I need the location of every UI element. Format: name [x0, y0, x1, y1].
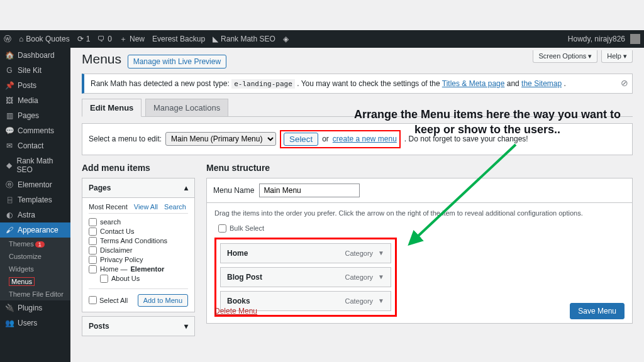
main-content: Screen Options ▾ Help ▾ Menus Manage wit… [70, 48, 644, 362]
submenu-widgets[interactable]: Widgets [0, 263, 70, 275]
pages-tab-search[interactable]: Search [164, 203, 186, 211]
checkbox[interactable] [218, 224, 226, 233]
checkbox[interactable] [89, 218, 97, 226]
page-checkbox[interactable]: Disclaimer [89, 246, 188, 255]
new-label: New [130, 35, 145, 43]
notice-text: Rank Math has detected a new post type: [91, 79, 231, 88]
submenu-customize[interactable]: Customize [0, 250, 70, 263]
page-checkbox[interactable]: search [89, 217, 188, 227]
save-menu-button[interactable]: Save Menu [570, 303, 625, 319]
users-icon: 👥 [5, 319, 14, 327]
sidebar-item-label: Comments [18, 126, 54, 135]
tab-manage-locations[interactable]: Manage Locations [145, 99, 228, 116]
page-title: Menus [82, 52, 121, 67]
updates-link[interactable]: ⟳ 1 [77, 35, 91, 43]
pin-icon: 📌 [5, 81, 14, 90]
mail-icon: ✉ [5, 141, 14, 150]
avatar[interactable] [630, 34, 640, 44]
live-preview-button[interactable]: Manage with Live Preview [128, 55, 226, 69]
sidebar-item-label: Pages [18, 111, 39, 120]
page-checkbox[interactable]: Contact Us [89, 227, 188, 236]
select-button[interactable]: Select [284, 133, 318, 146]
posts-accordion-toggle[interactable]: Posts ▾ [82, 317, 194, 336]
pages-accordion-toggle[interactable]: Pages ▴ [82, 178, 194, 198]
chevron-up-icon: ▴ [184, 184, 188, 192]
extra-icon[interactable]: ◈ [283, 35, 289, 43]
sitemap-link[interactable]: the Sitemap [521, 79, 562, 88]
admin-bar: ⓦ ⌂ Book Quotes ⟳ 1 🗨 0 ＋ New Everest Ba… [0, 30, 644, 48]
comments-link[interactable]: 🗨 0 [97, 35, 112, 43]
sidebar-item-comments[interactable]: 💬Comments [0, 123, 70, 138]
sidebar-item-astra[interactable]: ◐Astra [0, 207, 70, 222]
page-checkbox[interactable]: Home — Elementor [89, 265, 188, 274]
submenu-theme-editor[interactable]: Theme File Editor [0, 288, 70, 300]
checkbox[interactable] [89, 265, 97, 273]
pages-tab-recent[interactable]: Most Recent [89, 203, 128, 211]
menu-name-input[interactable] [259, 184, 360, 197]
sidebar-item-contact[interactable]: ✉Contact [0, 138, 70, 153]
checkbox[interactable] [89, 256, 97, 264]
checkbox[interactable] [89, 246, 97, 255]
sidebar-item-rankmath[interactable]: ◆Rank Math SEO [0, 153, 70, 177]
sidebar-item-elementor[interactable]: ⓔElementor [0, 177, 70, 192]
rankmath-icon: ◣ [213, 35, 218, 43]
titles-meta-link[interactable]: Titles & Meta page [442, 79, 505, 88]
checkbox[interactable] [89, 296, 97, 304]
dashboard-icon: 🏠 [5, 51, 14, 60]
checkbox[interactable] [89, 237, 97, 245]
sidebar-item-templates[interactable]: ⌸Templates [0, 192, 70, 207]
delete-menu-link[interactable]: Delete Menu [214, 307, 257, 315]
sidebar-item-label: Site Kit [18, 66, 42, 75]
add-menu-items-heading: Add menu items [82, 163, 195, 173]
pages-list: search Contact Us Terms And Conditions D… [89, 217, 188, 283]
admin-sidebar: 🏠Dashboard GSite Kit 📌Posts 🖾Media ▥Page… [0, 48, 70, 362]
sidebar-item-posts[interactable]: 📌Posts [0, 78, 70, 93]
chevron-down-icon[interactable]: ▼ [378, 250, 384, 256]
menu-item-type: Category [345, 273, 373, 281]
sidebar-item-appearance[interactable]: 🖌Appearance [0, 222, 70, 238]
menu-structure-body: Drag the items into the order you prefer… [206, 203, 633, 324]
page-checkbox[interactable]: Privacy Policy [89, 255, 188, 265]
screen-options-button[interactable]: Screen Options ▾ [533, 50, 597, 63]
chevron-down-icon[interactable]: ▼ [378, 273, 384, 280]
page-checkbox[interactable]: About Us [89, 274, 188, 283]
pages-tab-viewall[interactable]: View All [134, 203, 158, 211]
submenu-label: Themes [9, 240, 34, 248]
menu-select[interactable]: Main Menu (Primary Menu) [165, 132, 276, 146]
or-text: or [322, 134, 329, 143]
select-all-checkbox[interactable]: Select All [89, 296, 128, 304]
checkbox[interactable] [89, 228, 97, 236]
wp-logo-icon[interactable]: ⓦ [4, 34, 11, 45]
page-checkbox[interactable]: Terms And Conditions [89, 236, 188, 246]
bulk-select-checkbox[interactable]: Bulk Select [214, 222, 625, 235]
sidebar-item-label: Media [18, 96, 38, 105]
menu-item-handle[interactable]: Home Category ▼ [220, 243, 391, 263]
add-to-menu-button[interactable]: Add to Menu [138, 294, 188, 307]
home-icon: ⌂ [19, 35, 23, 43]
sidebar-item-users[interactable]: 👥Users [0, 315, 70, 331]
sidebar-item-dashboard[interactable]: 🏠Dashboard [0, 48, 70, 63]
plus-icon: ＋ [119, 34, 127, 45]
everest-backup-link[interactable]: Everest Backup [152, 35, 205, 43]
submenu-menus[interactable]: Menus [0, 275, 70, 288]
rankmath-icon: ◆ [5, 161, 13, 170]
sidebar-item-label: Appearance [18, 226, 58, 234]
tab-edit-menus[interactable]: Edit Menus [82, 99, 142, 117]
select-trailing-text: . Do not forget to save your changes! [404, 134, 528, 143]
dismiss-notice-icon[interactable]: ⊘ [621, 78, 628, 88]
sidebar-item-media[interactable]: 🖾Media [0, 93, 70, 108]
help-button[interactable]: Help ▾ [601, 50, 633, 63]
sidebar-item-pages[interactable]: ▥Pages [0, 108, 70, 123]
rankmath-link[interactable]: ◣ Rank Math SEO [213, 35, 275, 43]
checkbox[interactable] [100, 275, 108, 283]
new-content-link[interactable]: ＋ New [119, 34, 145, 45]
menu-item-handle[interactable]: Blog Post Category ▼ [220, 267, 391, 287]
rankmath-label: Rank Math SEO [221, 35, 275, 43]
howdy-text[interactable]: Howdy, nirajy826 [568, 35, 625, 43]
sidebar-item-plugins[interactable]: 🔌Plugins [0, 300, 70, 315]
create-new-menu-link[interactable]: create a new menu [333, 134, 397, 143]
sidebar-item-sitekit[interactable]: GSite Kit [0, 63, 70, 78]
comments-icon: 💬 [5, 126, 14, 135]
submenu-themes[interactable]: Themes1 [0, 238, 70, 250]
site-link[interactable]: ⌂ Book Quotes [19, 35, 70, 43]
